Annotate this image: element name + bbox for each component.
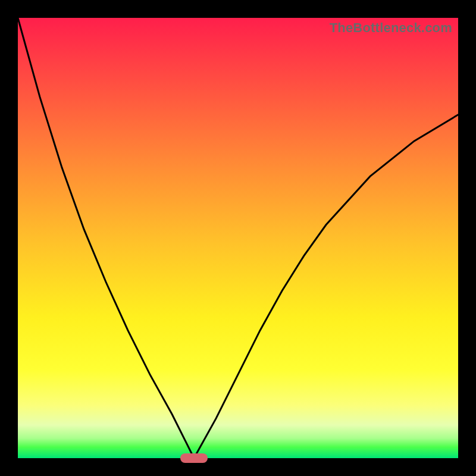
bottleneck-curves bbox=[18, 18, 458, 458]
optimal-marker bbox=[180, 453, 208, 463]
curve-left bbox=[18, 18, 194, 458]
curve-right bbox=[194, 115, 458, 458]
outer-frame: TheBottleneck.com bbox=[0, 0, 476, 476]
plot-area: TheBottleneck.com bbox=[18, 18, 458, 458]
